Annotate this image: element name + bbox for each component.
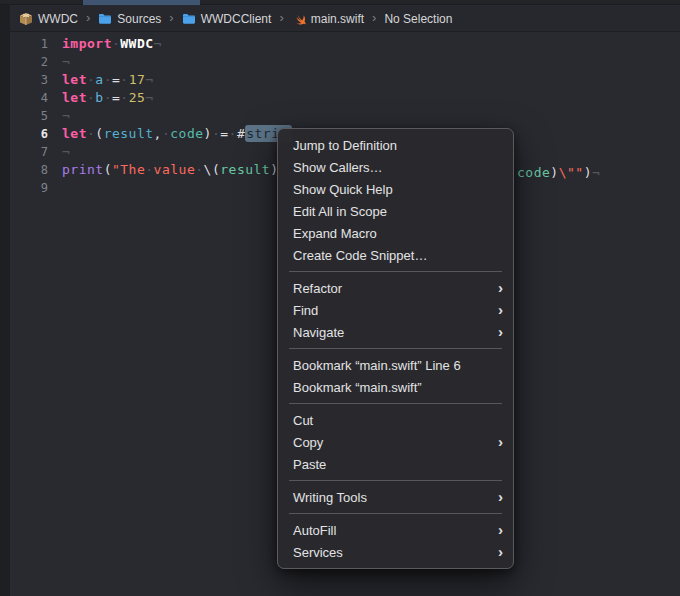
code-token: ( [95,126,103,141]
code-line-3[interactable]: 3let·a·=·17¬ [10,71,680,89]
breadcrumb-label: WWDC [38,12,78,26]
code-line-2[interactable]: 2¬ [10,53,680,71]
breadcrumb-item-no-selection[interactable]: No Selection [384,12,452,26]
swift-icon [292,12,306,26]
menu-item-label: Writing Tools [293,490,367,505]
menu-item-show-callers-[interactable]: Show Callers… [278,156,513,178]
code-line-1[interactable]: 1import·WWDC¬ [10,35,680,53]
code-token: # [237,126,245,141]
code-token: import [62,36,112,51]
code-token: 17 [129,72,146,87]
menu-item-cut[interactable]: Cut [278,409,513,431]
menu-item-find[interactable]: Find› [278,299,513,321]
menu-item-show-quick-help[interactable]: Show Quick Help [278,178,513,200]
breadcrumb-separator-icon: › [278,11,284,26]
code-token: 25 [129,90,146,105]
menu-item-label: Bookmark “main.swift” [293,380,422,395]
code-line-8-right-fragment: code)\"")¬ [517,164,600,182]
breadcrumb-item-wwdcclient[interactable]: WWDCClient [182,12,272,26]
code-token: ¬ [62,54,70,69]
code-token: result [220,162,270,177]
code-token: WWDC [120,36,153,51]
code-line-text: let·a·=·17¬ [62,71,154,89]
breadcrumb-item-main-swift[interactable]: main.swift [292,12,364,26]
menu-item-label: Find [293,303,318,318]
breadcrumb-item-wwdc[interactable]: WWDC [19,12,78,26]
line-number: 9 [10,179,48,197]
code-token: ¬ [62,144,70,159]
submenu-chevron-icon: › [498,280,503,297]
tab-bar-strip [0,0,680,5]
menu-item-bookmark-main-swift-line-6[interactable]: Bookmark “main.swift” Line 6 [278,354,513,376]
code-token: = [220,126,228,141]
menu-separator [289,348,502,349]
folder-icon [98,13,112,25]
breadcrumb-item-sources[interactable]: Sources [98,12,161,26]
code-token: ¬ [154,36,162,51]
menu-item-copy[interactable]: Copy› [278,431,513,453]
code-token: \( [204,162,221,177]
submenu-chevron-icon: › [498,324,503,341]
code-token: ) [584,165,592,180]
menu-item-navigate[interactable]: Navigate› [278,321,513,343]
submenu-chevron-icon: › [498,302,503,319]
breadcrumb-separator-icon: › [85,11,91,26]
menu-item-services[interactable]: Services› [278,541,513,563]
code-line-text: let·(result,·code)·=·#stri [62,125,292,143]
menu-item-label: Services [293,545,343,560]
breadcrumb-separator-icon: › [371,11,377,26]
code-token: · [229,126,237,141]
submenu-chevron-icon: › [498,434,503,451]
code-token: value [154,162,196,177]
line-number: 4 [10,89,48,107]
code-line-5[interactable]: 5¬ [10,107,680,125]
code-token: · [120,90,128,105]
menu-item-writing-tools[interactable]: Writing Tools› [278,486,513,508]
code-token: ¬ [145,72,153,87]
menu-item-bookmark-main-swift-[interactable]: Bookmark “main.swift” [278,376,513,398]
menu-item-autofill[interactable]: AutoFill› [278,519,513,541]
line-number: 3 [10,71,48,89]
menu-item-label: Edit All in Scope [293,204,387,219]
menu-item-label: Expand Macro [293,226,377,241]
line-number: 2 [10,53,48,71]
code-token: · [104,90,112,105]
menu-item-label: Jump to Definition [293,138,397,153]
menu-separator [289,403,502,404]
menu-item-refactor[interactable]: Refactor› [278,277,513,299]
menu-item-label: Cut [293,413,313,428]
code-line-4[interactable]: 4let·b·=·25¬ [10,89,680,107]
code-line-text: ¬ [62,143,70,161]
line-number: 8 [10,161,48,179]
menu-item-create-code-snippet-[interactable]: Create Code Snippet… [278,244,513,266]
submenu-chevron-icon: › [498,544,503,561]
code-line-text: ¬ [62,107,70,125]
menu-item-label: Paste [293,457,326,472]
code-token: b [95,90,103,105]
line-number: 5 [10,107,48,125]
breadcrumb-separator-icon: › [168,11,174,26]
menu-separator [289,513,502,514]
code-line-text: print("The·value·\(result) [62,161,279,179]
code-token: ¬ [62,108,70,123]
code-token: · [120,72,128,87]
line-number: 6 [10,125,48,143]
code-token: code [170,126,203,141]
folder-icon [182,13,196,25]
code-token: \"" [559,165,584,180]
code-token: · [195,162,203,177]
editor-left-edge [0,5,10,596]
code-line-text: import·WWDC¬ [62,35,162,53]
code-token: code [517,165,550,180]
menu-item-paste[interactable]: Paste [278,453,513,475]
package-icon [19,12,33,26]
submenu-chevron-icon: › [498,522,503,539]
menu-item-jump-to-definition[interactable]: Jump to Definition [278,134,513,156]
breadcrumb-label: WWDCClient [201,12,272,26]
menu-item-edit-all-in-scope[interactable]: Edit All in Scope [278,200,513,222]
context-menu: Jump to DefinitionShow Callers…Show Quic… [277,128,514,569]
menu-item-expand-macro[interactable]: Expand Macro [278,222,513,244]
menu-item-label: Create Code Snippet… [293,248,427,263]
code-token: ( [104,162,112,177]
active-tab-indicator[interactable] [83,0,200,5]
